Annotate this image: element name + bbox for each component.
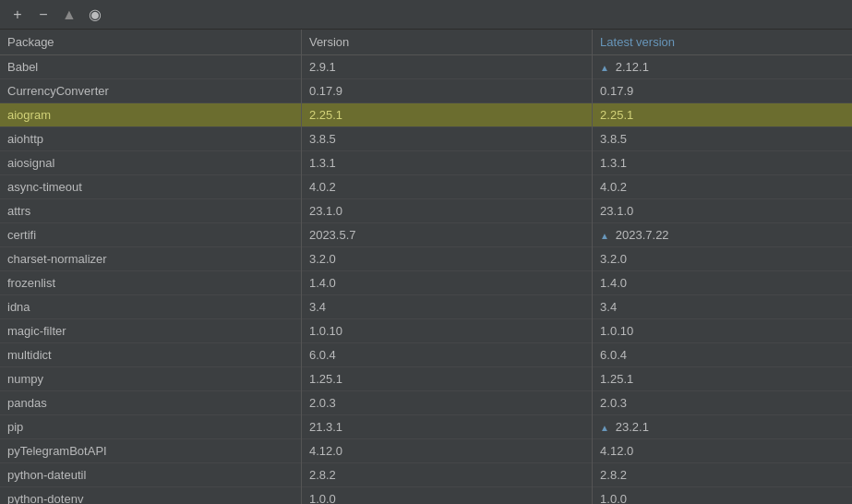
package-latest-version: 3.4 xyxy=(593,295,852,319)
package-latest-version: 6.0.4 xyxy=(593,343,852,367)
eye-icon: ◉ xyxy=(89,6,102,23)
table-row[interactable]: Babel2.9.1▲ 2.12.1 xyxy=(0,55,852,79)
package-version: 1.3.1 xyxy=(301,151,592,175)
package-latest-version: ▲ 23.2.1 xyxy=(593,415,852,439)
table-row[interactable]: pandas2.0.32.0.3 xyxy=(0,391,852,415)
package-version: 1.0.10 xyxy=(301,319,592,343)
package-version: 3.8.5 xyxy=(301,127,592,151)
table-row[interactable]: numpy1.25.11.25.1 xyxy=(0,367,852,391)
package-latest-version: 23.1.0 xyxy=(593,199,852,223)
package-latest-version: 1.4.0 xyxy=(593,271,852,295)
remove-button[interactable]: − xyxy=(33,5,54,25)
package-name: magic-filter xyxy=(0,319,301,343)
table-row[interactable]: attrs23.1.023.1.0 xyxy=(0,199,852,223)
package-version: 4.12.0 xyxy=(301,439,592,463)
package-latest-version: 0.17.9 xyxy=(593,79,852,103)
package-version: 3.4 xyxy=(301,295,592,319)
package-name: python-dotenv xyxy=(0,487,301,505)
upgrade-indicator-icon: ▲ xyxy=(600,63,612,73)
package-version: 3.2.0 xyxy=(301,247,592,271)
package-version: 1.25.1 xyxy=(301,367,592,391)
options-button[interactable]: ◉ xyxy=(85,5,105,25)
package-name: frozenlist xyxy=(0,271,301,295)
package-version: 23.1.0 xyxy=(301,199,592,223)
package-version: 21.3.1 xyxy=(301,415,592,439)
package-latest-version: 4.0.2 xyxy=(593,175,852,199)
package-name: Babel xyxy=(0,55,301,79)
package-name: aiogram xyxy=(0,103,301,127)
table-row[interactable]: pip21.3.1▲ 23.2.1 xyxy=(0,415,852,439)
package-name: multidict xyxy=(0,343,301,367)
package-name: charset-normalizer xyxy=(0,247,301,271)
package-latest-version: 1.0.10 xyxy=(593,319,852,343)
toolbar: + − ▲ ◉ xyxy=(0,0,852,30)
package-latest-version: ▲ 2.12.1 xyxy=(593,55,852,79)
latest-version-column-header: Latest version xyxy=(593,30,852,55)
table-row[interactable]: aiosignal1.3.11.3.1 xyxy=(0,151,852,175)
add-button[interactable]: + xyxy=(7,5,28,25)
upgrade-button[interactable]: ▲ xyxy=(59,5,79,25)
package-name: idna xyxy=(0,295,301,319)
upgrade-indicator-icon: ▲ xyxy=(600,423,612,433)
package-name: certifi xyxy=(0,223,301,247)
package-version: 2.25.1 xyxy=(301,103,592,127)
table-row[interactable]: multidict6.0.46.0.4 xyxy=(0,343,852,367)
package-latest-version: 2.0.3 xyxy=(593,391,852,415)
table-header-row: Package Version Latest version xyxy=(0,30,852,55)
package-latest-version: 1.0.0 xyxy=(593,487,852,505)
package-name: CurrencyConverter xyxy=(0,79,301,103)
package-name: pandas xyxy=(0,391,301,415)
package-latest-version: 3.2.0 xyxy=(593,247,852,271)
package-latest-version: 3.8.5 xyxy=(593,127,852,151)
package-version: 2.9.1 xyxy=(301,55,592,79)
table-row[interactable]: CurrencyConverter0.17.90.17.9 xyxy=(0,79,852,103)
package-name: python-dateutil xyxy=(0,463,301,487)
table-container: Package Version Latest version Babel2.9.… xyxy=(0,30,852,504)
package-name: aiohttp xyxy=(0,127,301,151)
package-latest-version: 1.3.1 xyxy=(593,151,852,175)
package-name: aiosignal xyxy=(0,151,301,175)
package-version: 1.0.0 xyxy=(301,487,592,505)
package-latest-version: 1.25.1 xyxy=(593,367,852,391)
table-row[interactable]: python-dateutil2.8.22.8.2 xyxy=(0,463,852,487)
package-version: 2.0.3 xyxy=(301,391,592,415)
table-row[interactable]: magic-filter1.0.101.0.10 xyxy=(0,319,852,343)
table-row[interactable]: aiohttp3.8.53.8.5 xyxy=(0,127,852,151)
package-name: pyTelegramBotAPI xyxy=(0,439,301,463)
package-version: 0.17.9 xyxy=(301,79,592,103)
package-latest-version: 2.8.2 xyxy=(593,463,852,487)
package-name: attrs xyxy=(0,199,301,223)
package-latest-version: ▲ 2023.7.22 xyxy=(593,223,852,247)
package-version: 4.0.2 xyxy=(301,175,592,199)
package-name: async-timeout xyxy=(0,175,301,199)
table-row[interactable]: aiogram2.25.12.25.1 xyxy=(0,103,852,127)
package-name: numpy xyxy=(0,367,301,391)
package-latest-version: 4.12.0 xyxy=(593,439,852,463)
package-version: 1.4.0 xyxy=(301,271,592,295)
table-row[interactable]: python-dotenv1.0.01.0.0 xyxy=(0,487,852,505)
package-column-header: Package xyxy=(0,30,301,55)
upgrade-indicator-icon: ▲ xyxy=(600,231,612,241)
table-row[interactable]: idna3.43.4 xyxy=(0,295,852,319)
version-column-header: Version xyxy=(301,30,592,55)
table-row[interactable]: pyTelegramBotAPI4.12.04.12.0 xyxy=(0,439,852,463)
package-latest-version: 2.25.1 xyxy=(593,103,852,127)
packages-table: Package Version Latest version Babel2.9.… xyxy=(0,30,852,504)
table-row[interactable]: certifi2023.5.7▲ 2023.7.22 xyxy=(0,223,852,247)
table-row[interactable]: async-timeout4.0.24.0.2 xyxy=(0,175,852,199)
package-version: 2023.5.7 xyxy=(301,223,592,247)
package-version: 2.8.2 xyxy=(301,463,592,487)
package-version: 6.0.4 xyxy=(301,343,592,367)
table-row[interactable]: frozenlist1.4.01.4.0 xyxy=(0,271,852,295)
table-row[interactable]: charset-normalizer3.2.03.2.0 xyxy=(0,247,852,271)
package-name: pip xyxy=(0,415,301,439)
